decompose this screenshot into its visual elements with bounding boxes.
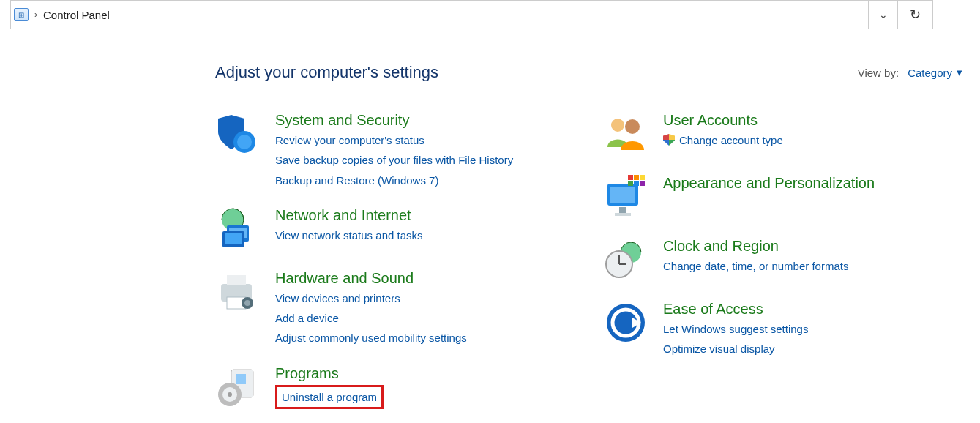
clock-globe-icon <box>603 237 648 282</box>
ease-of-access-icon <box>603 300 648 345</box>
svg-rect-24 <box>634 175 639 180</box>
control-panel-icon: ⊞ <box>14 8 29 21</box>
caret-down-icon: ▾ <box>957 66 962 79</box>
printer-icon <box>215 269 261 315</box>
link-network-status[interactable]: View network status and tasks <box>275 227 423 244</box>
svg-rect-21 <box>619 207 626 213</box>
globe-network-icon <box>215 206 261 252</box>
category-system-security: System and Security Review your computer… <box>215 111 574 189</box>
view-by-dropdown[interactable]: Category ▾ <box>908 66 962 79</box>
svg-rect-20 <box>610 187 635 203</box>
svg-rect-6 <box>225 233 242 244</box>
category-title-ease[interactable]: Ease of Access <box>663 300 808 318</box>
link-uninstall-program[interactable]: Uninstall a program <box>282 391 377 403</box>
link-add-device[interactable]: Add a device <box>275 310 467 326</box>
monitor-palette-icon <box>603 174 648 220</box>
breadcrumb-location[interactable]: Control Panel <box>43 9 110 21</box>
category-title-appearance[interactable]: Appearance and Personalization <box>663 174 875 192</box>
link-date-time-formats[interactable]: Change date, time, or number formats <box>663 258 848 274</box>
refresh-icon: ↻ <box>910 7 921 23</box>
svg-rect-27 <box>634 181 639 186</box>
view-by-value: Category <box>908 67 952 79</box>
link-devices-printers[interactable]: View devices and printers <box>275 290 467 307</box>
category-user-accounts: User Accounts Change account type <box>603 111 962 157</box>
address-dropdown-button[interactable]: ⌄ <box>869 0 898 29</box>
address-bar: ⊞ › Control Panel ⌄ ↻ <box>0 0 980 29</box>
chevron-down-icon: ⌄ <box>879 9 888 20</box>
category-network-internet: Network and Internet View network status… <box>215 206 574 252</box>
category-title-hardware[interactable]: Hardware and Sound <box>275 269 467 287</box>
column-right: User Accounts Change account type <box>603 111 962 423</box>
breadcrumb-separator: › <box>34 10 37 20</box>
header-row: Adjust your computer's settings View by:… <box>0 29 980 82</box>
category-appearance: Appearance and Personalization <box>603 174 962 220</box>
highlight-uninstall: Uninstall a program <box>275 385 384 409</box>
link-change-account-type-text: Change account type <box>679 134 783 146</box>
refresh-button[interactable]: ↻ <box>898 0 933 29</box>
category-ease-access: Ease of Access Let Windows suggest setti… <box>603 300 962 358</box>
svg-rect-23 <box>628 175 633 180</box>
svg-point-1 <box>237 135 252 149</box>
category-clock-region: Clock and Region Change date, time, or n… <box>603 237 962 282</box>
link-change-account-type[interactable]: Change account type <box>663 132 783 149</box>
svg-point-16 <box>228 392 232 397</box>
link-suggest-settings[interactable]: Let Windows suggest settings <box>663 321 808 337</box>
svg-point-11 <box>244 300 250 306</box>
view-by-control: View by: Category ▾ <box>858 66 962 79</box>
category-hardware-sound: Hardware and Sound View devices and prin… <box>215 269 574 347</box>
link-file-history[interactable]: Save backup copies of your files with Fi… <box>275 151 513 168</box>
link-review-status[interactable]: Review your computer's status <box>275 132 513 149</box>
svg-rect-8 <box>227 275 246 285</box>
page-title: Adjust your computer's settings <box>215 63 438 82</box>
view-by-label: View by: <box>858 67 899 79</box>
link-optimize-visual[interactable]: Optimize visual display <box>663 340 808 357</box>
shield-icon <box>215 111 261 157</box>
svg-rect-26 <box>628 181 633 186</box>
category-programs: Programs Uninstall a program <box>215 364 574 410</box>
category-grid: System and Security Review your computer… <box>0 82 980 423</box>
svg-point-17 <box>611 119 624 132</box>
link-mobility-settings[interactable]: Adjust commonly used mobility settings <box>275 329 467 346</box>
category-title-network[interactable]: Network and Internet <box>275 206 423 224</box>
svg-rect-28 <box>640 181 645 186</box>
breadcrumb-bar[interactable]: ⊞ › Control Panel <box>10 0 869 29</box>
programs-icon <box>215 364 261 410</box>
users-icon <box>603 111 648 157</box>
category-title-user-accounts[interactable]: User Accounts <box>663 111 783 129</box>
link-backup-restore[interactable]: Backup and Restore (Windows 7) <box>275 172 513 189</box>
column-left: System and Security Review your computer… <box>215 111 574 423</box>
svg-rect-25 <box>640 175 645 180</box>
uac-shield-icon <box>663 134 675 146</box>
svg-rect-13 <box>236 374 246 384</box>
category-title-programs[interactable]: Programs <box>275 364 384 382</box>
svg-rect-22 <box>615 213 631 216</box>
category-title-system-security[interactable]: System and Security <box>275 111 513 129</box>
svg-point-18 <box>625 119 640 134</box>
category-title-clock[interactable]: Clock and Region <box>663 237 848 255</box>
